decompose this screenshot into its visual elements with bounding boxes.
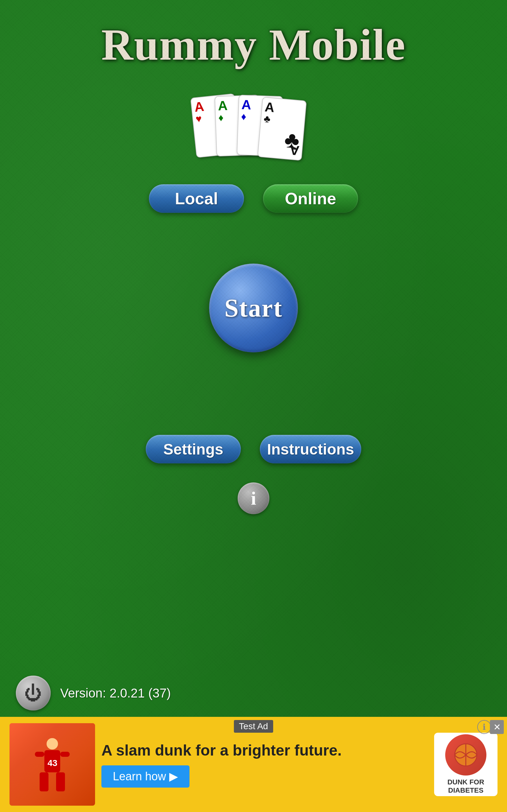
info-icon[interactable]: i [238,483,269,514]
card-4-suit-top: ♣ [263,113,271,124]
ad-logo: DUNK FORDIABETES [434,733,498,796]
action-buttons-container: Settings Instructions [0,435,507,463]
card-4-letter: A [264,100,275,114]
info-container: i [0,483,507,514]
card-1-suit-top: ♥ [195,113,202,124]
app-title: Rummy Mobile [0,0,507,70]
instructions-button[interactable]: Instructions [260,435,361,463]
power-container: ⏻ Version: 2.0.21 (37) [16,676,171,711]
ad-info-button[interactable]: ℹ [477,720,491,734]
mode-buttons-container: Local Online [0,184,507,213]
power-button[interactable]: ⏻ [16,676,51,711]
online-button[interactable]: Online [263,184,358,213]
cards-group: A ♥ ♥ A ♦ ♦ A ♦ ♦ A ♣ ♣ A [193,96,314,159]
svg-point-0 [47,738,58,750]
svg-rect-4 [56,772,65,792]
svg-rect-6 [60,752,70,757]
start-container: Start [0,264,507,352]
settings-button[interactable]: Settings [146,435,241,463]
card-4: A ♣ ♣ A [257,97,307,160]
svg-text:43: 43 [48,758,57,768]
start-button[interactable]: Start [209,264,298,352]
svg-rect-5 [35,752,44,757]
svg-rect-3 [40,772,49,792]
local-button[interactable]: Local [149,184,244,213]
ad-learn-arrow: ▶ [169,770,178,783]
power-icon: ⏻ [24,684,42,702]
card-3-letter: A [241,98,251,112]
card-3-suit-top: ♦ [241,111,246,122]
ad-text: A slam dunk for a brighter future. [101,742,428,759]
ad-close-button[interactable]: ✕ [490,720,504,734]
ad-learn-label: Learn how [113,770,166,783]
ad-logo-circle [445,734,487,775]
ad-label: Test Ad [234,720,273,733]
card-2-suit-top: ♦ [218,113,224,123]
card-4-letter-bottom: A [289,142,300,158]
card-1-letter: A [193,100,205,114]
card-2-letter: A [218,99,228,113]
ad-logo-text: DUNK FORDIABETES [447,778,484,795]
ad-content: A slam dunk for a brighter future. Learn… [101,742,428,788]
ad-learn-button[interactable]: Learn how ▶ [101,765,189,788]
cards-container: A ♥ ♥ A ♦ ♦ A ♦ ♦ A ♣ ♣ A [0,96,507,159]
ad-image: 43 [9,723,95,806]
ad-banner: Test Ad 43 A slam dunk for a brighter fu… [0,717,507,812]
version-text: Version: 2.0.21 (37) [60,686,171,700]
